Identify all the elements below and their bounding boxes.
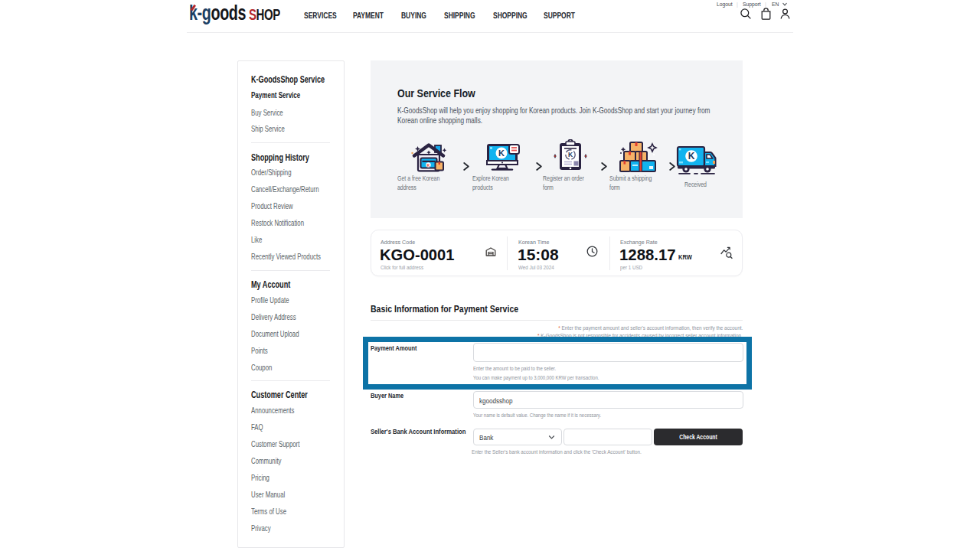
svg-text:K: K bbox=[568, 151, 573, 158]
svg-text:K: K bbox=[688, 151, 695, 161]
svg-text:K: K bbox=[427, 163, 430, 168]
svg-text:K: K bbox=[498, 148, 505, 158]
